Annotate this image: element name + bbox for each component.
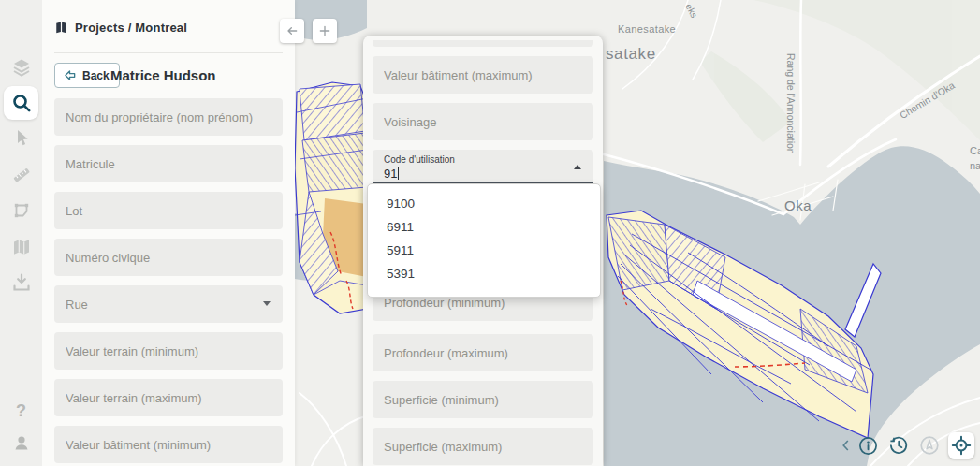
code-utilisation-field[interactable]: Code d'utilisation 91 [373,150,593,184]
arrow-back-icon [63,68,77,82]
field-rue [54,285,283,323]
history-icon [888,435,909,456]
matricule-input[interactable] [54,145,283,182]
profondeur-max-input[interactable] [373,334,593,371]
sidebar-item-download[interactable] [4,267,38,299]
text-cursor [398,167,399,180]
map-label-oka: Oka [784,197,812,213]
field-profondeur-max [373,334,593,371]
sidebar-item-search[interactable] [4,86,38,120]
compass-icon [919,435,940,456]
field-valeur-terrain-min [54,332,283,370]
map-label-edge-partial-2: na [970,160,980,171]
pointer-icon [10,127,33,150]
superficie-min-input[interactable] [373,381,593,418]
code-utilisation-label: Code d'utilisation [384,154,455,165]
chevron-up-icon[interactable] [574,165,581,169]
arrow-left-icon [285,23,300,38]
plus-icon [317,23,332,38]
map-label-kanesatake: Kanesatake [618,23,676,35]
lot-input[interactable] [54,192,283,229]
search-form-left [54,98,283,466]
rue-select[interactable] [54,285,283,323]
field-valeur-batiment-min [54,426,283,463]
map-icon [10,236,33,258]
user-icon [10,431,33,454]
header-divider [54,52,283,53]
chevron-left-icon[interactable] [842,440,849,451]
chevron-down-icon[interactable] [263,301,271,306]
sidebar-item-user[interactable] [4,427,38,459]
icon-sidebar: ? [0,0,42,466]
sidebar-item-layers[interactable] [4,51,38,83]
search-panel-overflow: Code d'utilisation 91 9100 6911 5911 539… [363,36,603,466]
field-valeur-batiment-max [373,56,593,94]
field-voisinage [373,103,593,140]
ruler-icon [10,164,33,186]
field-valeur-terrain-max [54,379,283,416]
breadcrumb[interactable]: Projects / Montreal [54,21,187,35]
map-label-edge-partial-1: Ca [970,145,980,156]
suggestion-option-4[interactable]: 5391 [368,262,600,285]
map-label-rang-annonciation: Rang de l'Annonciation [785,53,797,154]
field-superficie-min [373,381,593,418]
polygon-select-icon [10,199,33,222]
numero-civique-input[interactable] [54,239,283,276]
crosshair-icon [951,435,972,456]
field-nom-proprietaire [54,98,283,136]
sidebar-item-help[interactable]: ? [4,395,38,427]
history-button[interactable] [886,433,911,458]
field-matricule [54,145,283,182]
info-button[interactable] [856,433,880,458]
nom-proprietaire-input[interactable] [54,98,283,136]
field-lot [54,192,283,229]
sidebar-item-measure[interactable] [4,159,38,191]
help-icon: ? [16,401,26,421]
compass-button[interactable] [917,433,942,458]
sidebar-item-polygon-select[interactable] [4,195,38,226]
collapse-panel-button[interactable] [280,19,304,43]
search-panel: Projects / Montreal Back Matrice Hudson [42,0,295,466]
code-utilisation-value: 91 [384,167,399,181]
valeur-terrain-min-input[interactable] [54,332,283,370]
superficie-max-input[interactable] [373,428,593,465]
locate-button[interactable] [948,432,974,459]
suggestion-option-3[interactable]: 5911 [368,239,600,262]
map-label-kanesatake-partial: satake [606,45,656,64]
sidebar-item-pointer[interactable] [4,123,38,154]
voisinage-input[interactable] [373,103,593,140]
code-utilisation-text: 91 [384,167,397,181]
info-icon [858,436,878,456]
valeur-batiment-min-input[interactable] [54,426,283,463]
map-controls [842,432,974,459]
breadcrumb-text: Projects / Montreal [75,21,187,35]
suggestion-option-2[interactable]: 6911 [368,215,600,239]
field-numero-civique [54,239,283,276]
field-superficie-max [373,428,593,465]
add-button[interactable] [313,19,337,43]
search-icon [10,92,33,114]
scrolled-field-sliver [373,40,593,47]
layers-icon [10,56,33,79]
download-icon [10,271,33,294]
valeur-terrain-max-input[interactable] [54,379,283,416]
valeur-batiment-max-input[interactable] [373,56,593,94]
code-suggestions-dropdown: 9100 6911 5911 5391 [367,183,601,298]
back-button-label: Back [82,69,110,82]
suggestion-option-1[interactable]: 9100 [368,192,600,215]
page-title: Matrice Hudson [110,67,216,83]
sidebar-item-map[interactable] [4,231,38,263]
project-book-icon [54,21,68,35]
